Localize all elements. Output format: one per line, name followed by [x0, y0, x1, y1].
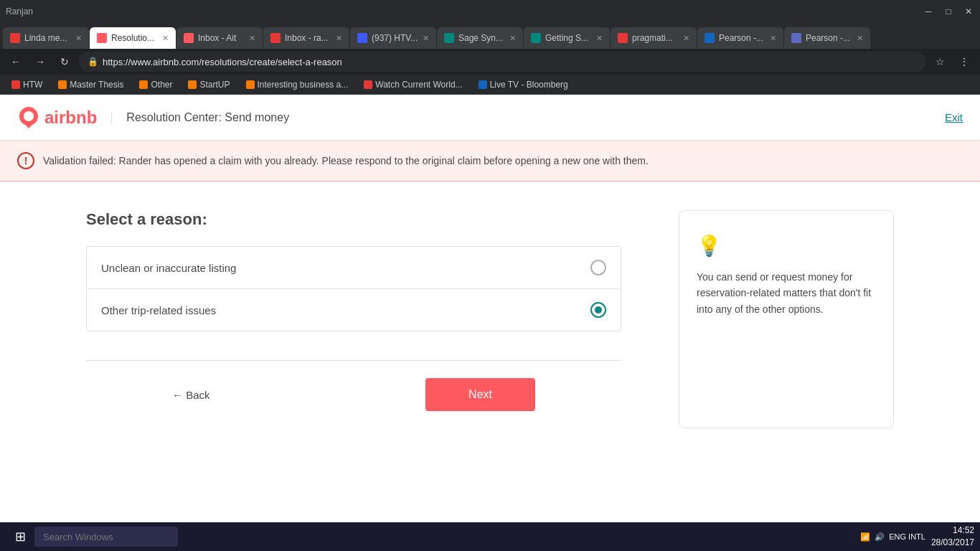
- tab-close-sage[interactable]: ✕: [509, 34, 516, 43]
- tab-linda[interactable]: Linda me... ✕: [3, 27, 89, 49]
- validation-icon: !: [17, 152, 34, 169]
- bookmark-other[interactable]: Other: [133, 78, 178, 91]
- tab-inbox-ra[interactable]: Inbox - ra... ✕: [263, 27, 349, 49]
- header-title: Resolution Center: Send money: [111, 111, 289, 124]
- tab-close-pearson2[interactable]: ✕: [857, 34, 863, 43]
- maximize-button[interactable]: □: [943, 6, 954, 17]
- bookmark-icon-master-thesis: [58, 80, 67, 89]
- tab-pearson1[interactable]: Pearson -... ✕: [697, 27, 783, 49]
- reload-button[interactable]: ↻: [55, 52, 75, 72]
- taskbar-clock: 14:52 28/03/2017: [931, 524, 974, 549]
- minimize-button[interactable]: ─: [923, 6, 934, 17]
- validation-message: Validation failed: Rander has opened a c…: [43, 154, 649, 169]
- taskbar-right: 📶 🔊 ENG INTL 14:52 28/03/2017: [860, 524, 974, 549]
- reason-option-unclean[interactable]: Unclean or inaccurate listing: [86, 246, 621, 288]
- forward-nav-button[interactable]: →: [30, 52, 50, 72]
- bookmark-htw[interactable]: HTW: [6, 78, 48, 91]
- logo-text: airbnb: [44, 108, 97, 128]
- page-content: airbnb Resolution Center: Send money Exi…: [0, 95, 980, 522]
- tab-label-sage: Sage Syn...: [458, 33, 505, 43]
- tab-getting[interactable]: Getting S... ✕: [524, 27, 610, 49]
- tab-close-inbox-ait[interactable]: ✕: [249, 34, 255, 43]
- bookmark-master-thesis[interactable]: Master Thesis: [52, 78, 129, 91]
- reason-options-container: Unclean or inaccurate listing Other trip…: [86, 246, 621, 331]
- tab-pragmatic[interactable]: pragmati... ✕: [611, 27, 697, 49]
- tab-sage[interactable]: Sage Syn... ✕: [437, 27, 523, 49]
- title-bar-user: Ranjan: [6, 6, 33, 17]
- tab-label-inbox-ait: Inbox - Ait: [198, 33, 245, 43]
- bookmark-label-bloomberg: Live TV - Bloomberg: [490, 80, 568, 90]
- tab-resolution[interactable]: Resolutio... ✕: [90, 27, 176, 49]
- start-button[interactable]: ⊞: [6, 522, 34, 551]
- tab-close-inbox-ra[interactable]: ✕: [336, 34, 342, 43]
- bookmark-icon-other: [139, 80, 148, 89]
- tab-close-linda[interactable]: ✕: [75, 34, 82, 43]
- bookmark-icon-watch-world: [364, 80, 372, 89]
- bookmark-bloomberg[interactable]: Live TV - Bloomberg: [473, 78, 574, 91]
- tab-favicon-pearson2: [791, 33, 801, 43]
- bookmark-label-other: Other: [151, 80, 172, 90]
- tab-htv[interactable]: (937) HTV... ✕: [350, 27, 436, 49]
- reason-label-other: Other trip-related issues: [101, 304, 216, 316]
- bookmark-icon-startup: [188, 80, 197, 89]
- tab-close-getting[interactable]: ✕: [596, 34, 603, 43]
- bookmark-icon-interesting: [246, 80, 255, 89]
- tab-favicon-inbox-ra: [270, 33, 281, 43]
- radio-unclean[interactable]: [590, 260, 606, 276]
- back-nav-button[interactable]: ←: [6, 52, 26, 72]
- tab-label-linda: Linda me...: [24, 33, 71, 43]
- tab-pearson2[interactable]: Pearson -... ✕: [784, 27, 870, 49]
- tab-label-getting: Getting S...: [545, 33, 592, 43]
- taskbar: ⊞ 📶 🔊 ENG INTL 14:52 28/03/2017: [0, 522, 980, 551]
- tab-label-resolution: Resolutio...: [111, 33, 158, 43]
- tab-favicon-resolution: [97, 33, 107, 43]
- back-button[interactable]: ← Back: [172, 389, 210, 401]
- tab-inbox-ait[interactable]: Inbox - Ait ✕: [176, 27, 263, 49]
- radio-other[interactable]: [590, 302, 606, 318]
- left-panel: Select a reason: Unclean or inaccurate l…: [86, 210, 621, 428]
- bookmarks-bar: HTW Master Thesis Other StartUP Interest…: [0, 75, 980, 95]
- bookmark-startup[interactable]: StartUP: [182, 78, 235, 91]
- tab-favicon-pearson1: [705, 33, 715, 43]
- tab-label-pragmatic: pragmati...: [632, 33, 679, 43]
- taskbar-search-input[interactable]: [34, 527, 178, 547]
- tab-close-pragmatic[interactable]: ✕: [683, 34, 689, 43]
- tab-favicon-htv: [357, 33, 367, 43]
- bookmark-label-master-thesis: Master Thesis: [70, 80, 123, 90]
- next-button[interactable]: Next: [425, 378, 535, 411]
- main-area: Select a reason: Unclean or inaccurate l…: [0, 182, 980, 457]
- extensions-button[interactable]: ⋮: [954, 52, 974, 72]
- bookmark-watch-world[interactable]: Watch Current World...: [358, 78, 468, 91]
- browser-window: Ranjan ─ □ ✕ Linda me... ✕ Resolutio... …: [0, 0, 980, 95]
- bookmark-label-startup: StartUP: [199, 80, 230, 90]
- tab-label-inbox-ra: Inbox - ra...: [285, 33, 331, 43]
- omnibar: ← → ↻ 🔒 https://www.airbnb.com/resolutio…: [0, 49, 980, 75]
- airbnb-logo-icon: [17, 106, 40, 129]
- reason-label-unclean: Unclean or inaccurate listing: [101, 262, 236, 274]
- address-text: https://www.airbnb.com/resolutions/creat…: [103, 57, 342, 67]
- network-icon: 📶: [860, 532, 870, 542]
- bookmark-icon-bloomberg: [479, 80, 487, 89]
- bookmark-interesting[interactable]: Interesting business a...: [240, 78, 354, 91]
- tab-close-pearson1[interactable]: ✕: [770, 34, 776, 43]
- airbnb-logo[interactable]: airbnb: [17, 106, 97, 129]
- tab-close-htv[interactable]: ✕: [423, 34, 429, 43]
- locale-label: ENG INTL: [889, 532, 925, 541]
- bookmark-star-button[interactable]: ☆: [930, 52, 950, 72]
- radio-dot-other: [595, 306, 602, 314]
- bookmark-label-htw: HTW: [23, 80, 42, 90]
- tab-favicon-getting: [531, 33, 541, 43]
- volume-icon: 🔊: [875, 532, 885, 542]
- airbnb-header: airbnb Resolution Center: Send money Exi…: [0, 95, 980, 141]
- tip-text: You can send or request money for reserv…: [697, 269, 876, 317]
- section-title: Select a reason:: [86, 210, 621, 229]
- tab-close-resolution[interactable]: ✕: [162, 34, 169, 43]
- exit-link[interactable]: Exit: [945, 111, 963, 123]
- address-bar[interactable]: 🔒 https://www.airbnb.com/resolutions/cre…: [79, 52, 925, 72]
- title-bar: Ranjan ─ □ ✕: [0, 0, 980, 23]
- page-footer: ← Back Next: [86, 360, 621, 428]
- close-button[interactable]: ✕: [963, 6, 974, 17]
- reason-option-other[interactable]: Other trip-related issues: [86, 288, 621, 331]
- tab-label-htv: (937) HTV...: [372, 33, 418, 43]
- tab-favicon-sage: [444, 33, 454, 43]
